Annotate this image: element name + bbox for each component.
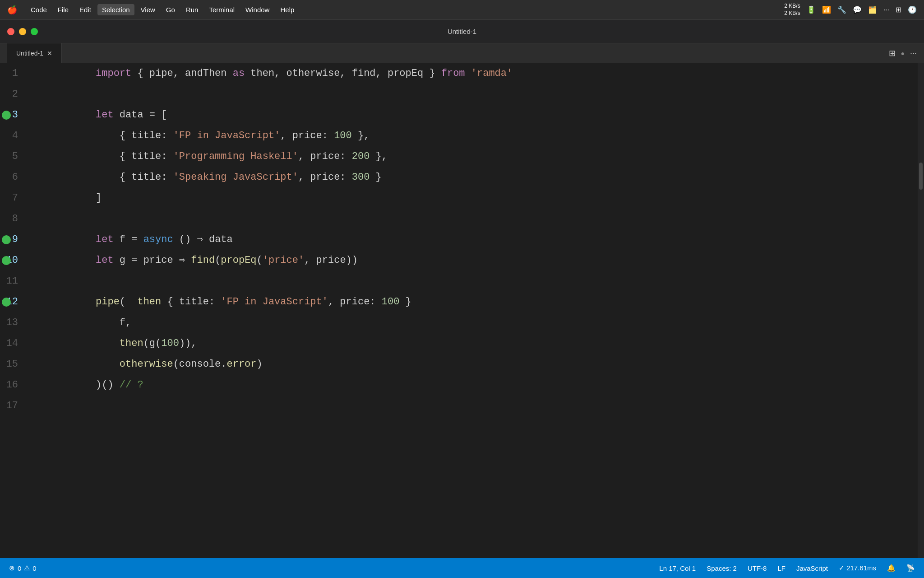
code-token: then, otherwise, find, propEq }	[245, 68, 441, 79]
scrollbar-track[interactable]	[918, 63, 924, 558]
keyword: from	[441, 68, 465, 79]
code-token: g = price ⇒	[114, 255, 191, 266]
errors-status[interactable]: ⊗ 0 ⚠ 0	[9, 564, 37, 572]
network-upload: 2 KB/s	[784, 3, 800, 10]
code-token: , price))	[304, 255, 358, 266]
breakpoint-indicator[interactable]	[2, 235, 11, 244]
tabbar: Untitled-1 ✕ ⊞ ● ···	[0, 43, 924, 63]
menubar: 🍎 Code File Edit Selection View Go Run T…	[0, 0, 924, 20]
timing-status: ✓ 217.61ms	[839, 564, 876, 572]
window-title: Untitled-1	[448, 28, 476, 35]
tab-close-icon[interactable]: ✕	[47, 50, 52, 57]
more-icon[interactable]: ···	[883, 6, 889, 14]
keyword: let	[96, 255, 114, 266]
menubar-run[interactable]: Run	[181, 4, 203, 15]
menubar-terminal[interactable]: Terminal	[204, 4, 239, 15]
spaces-text: Spaces: 2	[707, 564, 737, 572]
breakpoint-indicator[interactable]	[2, 111, 11, 120]
scrollbar-thumb[interactable]	[919, 163, 923, 190]
battery-icon: 🔋	[807, 5, 816, 14]
code-token: }	[399, 296, 411, 308]
warning-count: 0	[32, 564, 36, 572]
line-number: 14	[0, 333, 27, 354]
line-number: 15	[0, 354, 27, 375]
code-token: (	[257, 255, 263, 266]
number-token: 100	[382, 296, 400, 308]
line-col-status[interactable]: Ln 17, Col 1	[659, 564, 696, 572]
line-number: 4	[0, 126, 27, 146]
broadcast-icon[interactable]: 📡	[906, 564, 915, 572]
bell-icon: 🔔	[887, 564, 896, 572]
error-count: 0	[18, 564, 21, 572]
line-number: 16	[0, 375, 27, 396]
comment-token: // ?	[114, 379, 143, 391]
tab-label: Untitled-1	[16, 50, 43, 57]
dot-icon: ●	[901, 50, 905, 57]
line-ending-text: LF	[777, 564, 785, 572]
status-right: Ln 17, Col 1 Spaces: 2 UTF-8 LF JavaScri…	[659, 564, 915, 572]
maximize-button[interactable]	[31, 28, 38, 35]
string-token: 'Speaking JavaScript'	[173, 172, 298, 183]
titlebar: Untitled-1	[0, 20, 924, 43]
table-row: 10 let g = price ⇒ find(propEq('price', …	[0, 250, 918, 271]
code-token: (console.	[173, 359, 227, 370]
wifi-icon: 📶	[822, 5, 831, 14]
error-icon: ⊗	[9, 564, 15, 572]
close-button[interactable]	[7, 28, 14, 35]
method-token: error	[227, 359, 257, 370]
line-number: 13	[0, 312, 27, 333]
function-token: then	[137, 296, 161, 308]
finder-icon: 🗂️	[868, 5, 877, 14]
line-number: 1	[0, 63, 27, 84]
menubar-right: 2 KB/s 2 KB/s 🔋 📶 🔧 💬 🗂️ ··· ⊞ 🕐	[784, 3, 917, 17]
menubar-help[interactable]: Help	[276, 4, 299, 15]
line-ending-status[interactable]: LF	[777, 564, 785, 572]
minimize-button[interactable]	[19, 28, 26, 35]
wechat-icon: 💬	[853, 5, 862, 14]
code-editor[interactable]: 1 import { pipe, andThen as then, otherw…	[0, 63, 918, 558]
menubar-code[interactable]: Code	[26, 4, 51, 15]
encoding-status[interactable]: UTF-8	[748, 564, 767, 572]
network-download: 2 KB/s	[784, 10, 800, 17]
code-token: , price:	[328, 296, 382, 308]
warning-icon: ⚠	[24, 564, 30, 572]
code-token	[465, 68, 471, 79]
control-center-icon[interactable]: ⊞	[896, 5, 901, 14]
string-token: 'ramda'	[471, 68, 513, 79]
more-actions-icon[interactable]: ···	[910, 48, 917, 58]
menubar-edit[interactable]: Edit	[75, 4, 96, 15]
language-status[interactable]: JavaScript	[796, 564, 828, 572]
spaces-status[interactable]: Spaces: 2	[707, 564, 737, 572]
code-token: }	[370, 172, 381, 183]
line-number: 7	[0, 188, 27, 209]
string-token: 'price'	[263, 255, 304, 266]
clock-icon: 🕐	[908, 5, 917, 14]
table-row: 6 { title: 'Speaking JavaScript', price:…	[0, 167, 918, 188]
table-row: 17	[0, 396, 918, 416]
menubar-selection[interactable]: Selection	[97, 4, 134, 15]
line-number: 6	[0, 167, 27, 188]
table-row: 12 pipe( then { title: 'FP in JavaScript…	[0, 292, 918, 312]
menubar-file[interactable]: File	[53, 4, 73, 15]
network-info: 2 KB/s 2 KB/s	[784, 3, 800, 17]
line-col-text: Ln 17, Col 1	[659, 564, 696, 572]
menubar-window[interactable]: Window	[241, 4, 274, 15]
code-token: { title:	[96, 172, 173, 183]
code-token: )	[257, 359, 263, 370]
menubar-go[interactable]: Go	[162, 4, 180, 15]
statusbar: ⊗ 0 ⚠ 0 Ln 17, Col 1 Spaces: 2 UTF-8 LF …	[0, 558, 924, 578]
editor-tab[interactable]: Untitled-1 ✕	[7, 43, 62, 63]
breakpoint-indicator[interactable]	[2, 256, 11, 265]
split-editor-icon[interactable]: ⊞	[889, 48, 896, 58]
broadcast-icon-symbol: 📡	[906, 564, 915, 572]
notifications-icon[interactable]: 🔔	[887, 564, 896, 572]
string-token: 'FP in JavaScript'	[221, 296, 328, 308]
traffic-lights	[7, 28, 38, 35]
apple-menu-icon[interactable]: 🍎	[7, 5, 17, 15]
breakpoint-indicator[interactable]	[2, 298, 11, 307]
line-number: 17	[0, 396, 27, 416]
menubar-items: Code File Edit Selection View Go Run Ter…	[26, 4, 784, 15]
keyword: import	[96, 68, 131, 79]
menubar-view[interactable]: View	[136, 4, 160, 15]
code-token: { pipe, andThen	[131, 68, 232, 79]
